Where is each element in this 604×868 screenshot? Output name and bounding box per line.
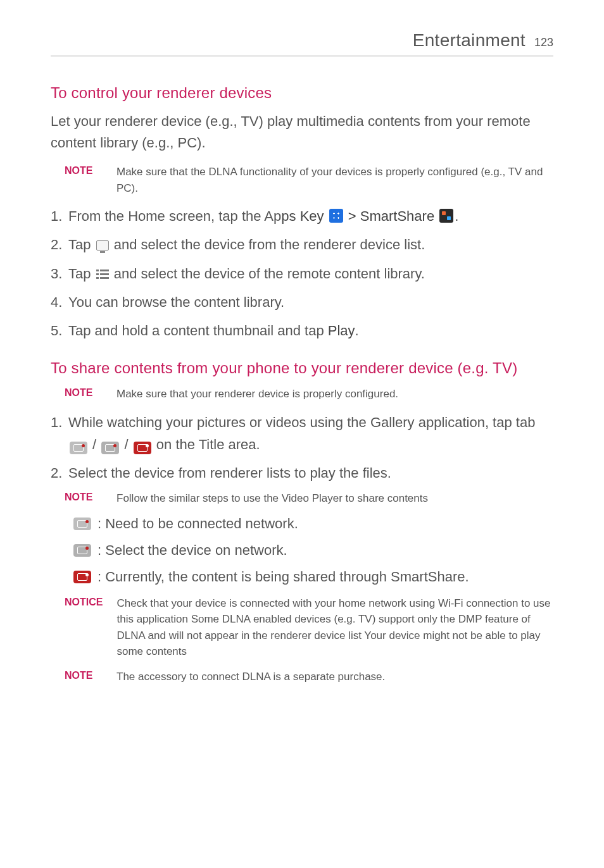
- legend-text: : Select the device on network.: [98, 542, 287, 559]
- intro-paragraph: Let your renderer device (e.g., TV) play…: [51, 111, 553, 154]
- monitor-icon: [96, 240, 109, 251]
- page-header: Entertainment 123: [51, 30, 553, 56]
- legend-select-device: : Select the device on network.: [72, 542, 553, 559]
- step-text: Tap: [68, 237, 95, 252]
- note-text: Follow the similar steps to use the Vide…: [116, 490, 428, 507]
- step-text: Tap and hold a content thumbnail and tap: [68, 323, 328, 338]
- note-text: Make sure that your renderer device is p…: [116, 386, 398, 402]
- note-label: NOTE: [65, 164, 103, 196]
- sep: /: [120, 437, 132, 452]
- apps-key-icon: [329, 209, 343, 223]
- note-video-player: NOTE Follow the similar steps to use the…: [65, 490, 553, 507]
- header-title: Entertainment: [413, 30, 525, 51]
- apps-key-label: ps Key: [281, 208, 324, 224]
- note-label: NOTE: [65, 669, 103, 685]
- step-text-post: and select the device of the remote cont…: [110, 266, 425, 282]
- step-2: Select the device from renderer lists to…: [51, 462, 553, 484]
- list-icon: [96, 269, 109, 279]
- step-text-post: .: [355, 323, 359, 338]
- step-text: From the Home screen, tap the Ap: [68, 208, 281, 224]
- step-text: Tap: [68, 266, 95, 282]
- note-label: NOTE: [65, 490, 103, 507]
- legend-text: : Need to be connected network.: [98, 516, 298, 532]
- legend-text: : Currently, the content is being shared…: [98, 569, 469, 585]
- smartshare-icon: [439, 209, 453, 223]
- step-4: You can browse the content library.: [51, 291, 553, 313]
- step-1: While watching your pictures or videos u…: [51, 411, 553, 456]
- note-accessory: NOTE The accessory to connect DLNA is a …: [65, 669, 553, 685]
- step-text-post: and select the device from the renderer …: [110, 237, 425, 252]
- share-state-gray2-icon: [101, 442, 119, 454]
- step-text-post: .: [455, 208, 458, 224]
- section-heading-control-renderer: To control your renderer devices: [51, 84, 553, 102]
- share-state-gray2-icon: [73, 544, 91, 557]
- legend-sharing: : Currently, the content is being shared…: [72, 569, 553, 585]
- play-label: Play: [328, 323, 355, 338]
- step-1: From the Home screen, tap the Apps Key >…: [51, 205, 553, 227]
- step-text: While watching your pictures or videos u…: [68, 414, 535, 430]
- step-3: Tap and select the device of the remote …: [51, 263, 553, 285]
- notice-label: NOTICE: [65, 595, 103, 660]
- share-state-gray-icon: [70, 442, 87, 454]
- step-text: You can browse the content library.: [68, 294, 284, 310]
- share-state-red-icon: [134, 442, 151, 454]
- note-text: Make sure that the DLNA functionality of…: [116, 164, 553, 196]
- share-state-red-icon: [73, 571, 91, 583]
- share-state-gray-icon: [73, 518, 91, 530]
- steps-share-contents: While watching your pictures or videos u…: [51, 411, 553, 485]
- note-dlna-config: NOTE Make sure that the DLNA functionali…: [65, 164, 553, 196]
- notice-wifi: NOTICE Check that your device is connect…: [65, 595, 553, 660]
- step-5: Tap and hold a content thumbnail and tap…: [51, 319, 553, 342]
- step-text-post: on the Title area.: [153, 437, 260, 452]
- gt-text: >: [344, 208, 360, 224]
- smartshare-label: SmartShare: [360, 208, 434, 224]
- notice-text: Check that your device is connected with…: [116, 595, 553, 660]
- note-text: The accessory to connect DLNA is a separ…: [116, 669, 385, 685]
- step-text: Select the device from renderer lists to…: [68, 465, 391, 481]
- page: Entertainment 123 To control your render…: [0, 0, 604, 731]
- steps-control-renderer: From the Home screen, tap the Apps Key >…: [51, 205, 553, 342]
- note-renderer-config: NOTE Make sure that your renderer device…: [65, 386, 553, 402]
- legend-need-network: : Need to be connected network.: [72, 516, 553, 532]
- page-number: 123: [534, 36, 553, 49]
- note-label: NOTE: [65, 386, 103, 402]
- sep: /: [89, 437, 100, 452]
- section-heading-share-contents: To share contents from your phone to you…: [51, 359, 553, 377]
- step-2: Tap and select the device from the rende…: [51, 233, 553, 256]
